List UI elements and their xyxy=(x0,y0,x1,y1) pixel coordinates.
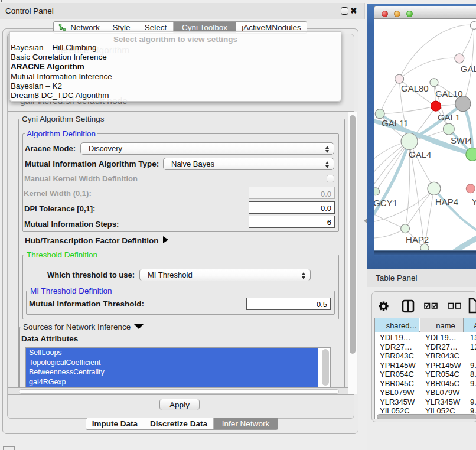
svg-text:HAP2: HAP2 xyxy=(406,234,429,244)
svg-text:GAL4: GAL4 xyxy=(409,149,431,159)
svg-text:GAL1: GAL1 xyxy=(438,112,460,122)
svg-text:GAL11: GAL11 xyxy=(382,118,408,128)
svg-text:GAL: GAL xyxy=(461,64,476,74)
svg-text:GAL80: GAL80 xyxy=(401,83,429,93)
svg-text:GAL10: GAL10 xyxy=(435,89,463,99)
svg-text:GCY1: GCY1 xyxy=(374,198,397,208)
svg-text:Y: Y xyxy=(472,197,476,207)
svg-text:SWI4: SWI4 xyxy=(451,135,472,145)
svg-text:HAP4: HAP4 xyxy=(435,197,458,207)
